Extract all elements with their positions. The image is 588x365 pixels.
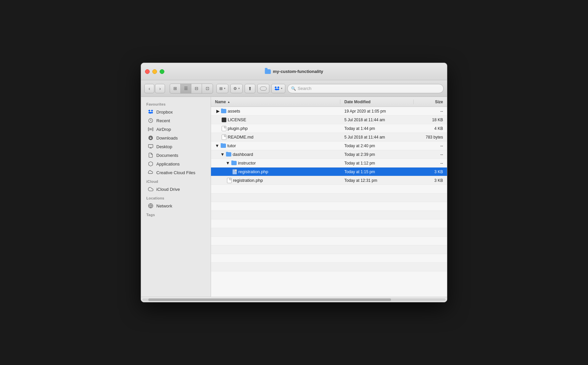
creative-cloud-icon (148, 170, 154, 176)
nav-buttons: ‹ › (144, 84, 165, 93)
table-row[interactable]: registration.php Today at 12:31 pm 3 KB (211, 176, 447, 185)
file-date-cell: 5 Jul 2018 at 11:44 am (340, 118, 414, 122)
file-name-cell: ▶ assets (211, 109, 340, 114)
file-date-cell: Today at 12:31 pm (340, 178, 414, 183)
sidebar-item-dropbox[interactable]: Dropbox (142, 108, 209, 116)
sidebar-item-applications[interactable]: Applications (142, 160, 209, 168)
back-button[interactable]: ‹ (144, 84, 154, 93)
empty-row (211, 185, 447, 193)
list-view-button[interactable]: ☰ (181, 84, 191, 93)
table-row[interactable]: registration.php Today at 1:15 pm 3 KB (211, 168, 447, 176)
file-name-label: LICENSE (228, 117, 246, 122)
disclosure-open-icon[interactable]: ▼ (226, 161, 230, 166)
disclosure-open-icon[interactable]: ▼ (215, 143, 219, 148)
arrange-button[interactable]: ⊞ ▾ (216, 84, 228, 93)
downloads-icon (148, 135, 154, 141)
table-row[interactable]: plugin.php Today at 1:44 pm 4 KB (211, 124, 447, 133)
sidebar-item-airdrop[interactable]: AirDrop (142, 125, 209, 134)
sidebar-item-icloud-drive[interactable]: iCloud Drive (142, 185, 209, 193)
finder-window: my-custom-functionality ‹ › ⊞ ☰ ⊟ ⊡ (141, 63, 447, 302)
file-name-cell: ▼ instructor (211, 161, 340, 166)
file-list-header: Name ▲ Date Modified Size (211, 97, 447, 107)
folder-icon (231, 161, 237, 165)
sidebar-item-documents[interactable]: Documents (142, 151, 209, 160)
empty-row (211, 211, 447, 219)
sidebar-item-network[interactable]: Network (142, 201, 209, 210)
sidebar-item-downloads-label: Downloads (156, 136, 178, 141)
network-icon (148, 203, 154, 209)
share-button[interactable]: ⬆ (245, 84, 255, 93)
tag-button[interactable] (257, 84, 269, 93)
column-size-header[interactable]: Size (414, 100, 447, 104)
file-size-cell: -- (414, 109, 447, 114)
share-icon: ⬆ (248, 86, 252, 91)
file-name-cell: ▼ tutor (211, 143, 340, 148)
file-name-cell: plugin.php (211, 126, 340, 131)
list-view-icon: ☰ (184, 86, 188, 91)
favourites-label: Favourites (141, 100, 211, 108)
table-row[interactable]: LICENSE 5 Jul 2018 at 11:44 am 18 KB (211, 116, 447, 124)
sidebar-item-downloads[interactable]: Downloads (142, 134, 209, 142)
maximize-button[interactable] (160, 69, 164, 74)
sidebar-item-desktop[interactable]: Desktop (142, 142, 209, 151)
file-date-cell: Today at 1:12 pm (340, 161, 414, 166)
back-icon: ‹ (149, 86, 150, 91)
file-size-cell: 18 KB (414, 118, 447, 122)
icloud-label: iCloud (141, 177, 211, 185)
table-row[interactable]: ▼ tutor Today at 2:40 pm -- (211, 142, 447, 150)
sidebar-item-recent[interactable]: Recent (142, 116, 209, 125)
view-buttons: ⊞ ☰ ⊟ ⊡ (170, 84, 213, 94)
icloud-drive-icon (148, 186, 154, 192)
file-name-label: README.md (228, 135, 253, 140)
file-name-cell: README.md (211, 135, 340, 140)
table-row[interactable]: ▶ assets 19 Apr 2020 at 1:05 pm -- (211, 107, 447, 116)
action-chevron-icon: ▾ (238, 87, 240, 90)
file-name-cell: registration.php (211, 169, 340, 175)
sidebar-item-creative-cloud[interactable]: Creative Cloud Files (142, 168, 209, 177)
sidebar-item-dropbox-label: Dropbox (156, 110, 173, 115)
table-row[interactable]: README.md 5 Jul 2018 at 11:44 am 783 byt… (211, 133, 447, 142)
file-icon (222, 135, 226, 140)
dropbox-icon (274, 86, 280, 91)
close-button[interactable] (145, 69, 150, 74)
file-icon (232, 169, 237, 175)
desktop-icon (148, 144, 154, 150)
svg-point-1 (150, 129, 151, 130)
disclosure-collapsed-icon[interactable]: ▶ (216, 109, 220, 114)
gallery-view-button[interactable]: ⊡ (202, 84, 213, 93)
table-row[interactable]: ▼ dashboard Today at 2:39 pm -- (211, 150, 447, 159)
table-row[interactable]: ▼ instructor Today at 1:12 pm -- (211, 159, 447, 168)
column-date-header[interactable]: Date Modified (340, 100, 414, 104)
tags-label: Tags (141, 210, 211, 218)
icon-view-icon: ⊞ (173, 86, 177, 91)
gallery-view-icon: ⊡ (206, 86, 209, 91)
empty-row (211, 202, 447, 211)
search-icon: 🔍 (291, 86, 296, 91)
name-column-label: Name (215, 100, 226, 104)
column-view-button[interactable]: ⊟ (191, 84, 202, 93)
sidebar-item-recent-label: Recent (156, 118, 170, 123)
recent-icon (148, 118, 154, 124)
empty-row (211, 263, 447, 271)
date-column-label: Date Modified (344, 100, 371, 104)
folder-icon (221, 144, 226, 148)
horizontal-scrollbar[interactable] (141, 297, 447, 302)
search-bar[interactable]: 🔍 Search (287, 84, 444, 93)
gear-icon: ⚙ (233, 86, 237, 91)
minimize-button[interactable] (152, 69, 157, 74)
window-title: my-custom-functionality (265, 69, 323, 74)
disclosure-open-icon[interactable]: ▼ (220, 152, 225, 157)
column-name-header[interactable]: Name ▲ (211, 100, 340, 104)
sidebar-item-network-label: Network (156, 203, 172, 208)
tag-oval-icon (260, 87, 267, 91)
arrange-grid-icon: ⊞ (219, 86, 223, 91)
icon-view-button[interactable]: ⊞ (170, 84, 181, 93)
scrollbar-thumb[interactable] (148, 298, 391, 301)
empty-row (211, 193, 447, 202)
forward-button[interactable]: › (155, 84, 165, 93)
sidebar-item-airdrop-label: AirDrop (156, 127, 171, 132)
action-button[interactable]: ⚙ ▾ (230, 84, 243, 93)
sidebar-item-documents-label: Documents (156, 153, 178, 158)
empty-row (211, 237, 447, 245)
dropbox-button[interactable]: ▾ (271, 84, 285, 93)
